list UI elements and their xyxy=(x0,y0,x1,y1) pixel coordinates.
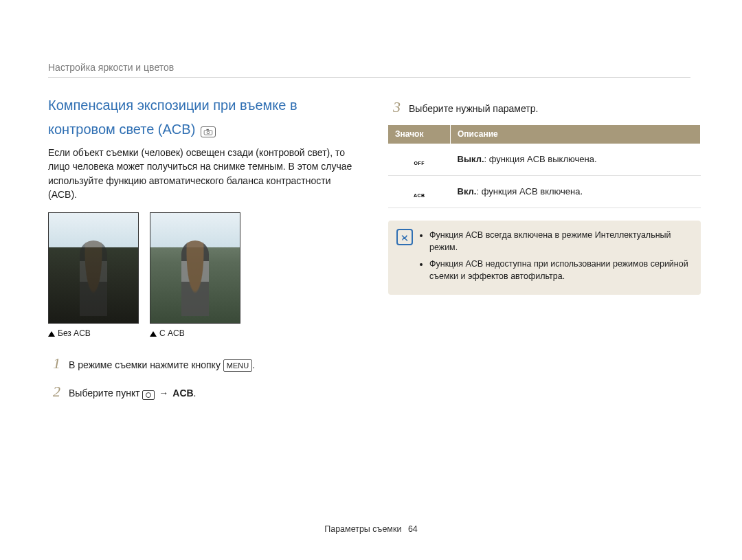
photo-with-acb xyxy=(150,212,240,324)
row-rest: : функция ACB включена. xyxy=(476,186,583,197)
step-number: 3 xyxy=(388,96,401,118)
svg-point-1 xyxy=(207,131,210,134)
step2-post: . xyxy=(194,388,196,399)
photo-with-acb-wrap: С ACB xyxy=(150,212,240,339)
step-3: 3 Выберите нужный параметр. xyxy=(388,96,701,118)
icon-cell-off: OFF xyxy=(388,144,451,175)
caption-without-acb: Без ACB xyxy=(48,328,139,339)
note-box: Функция ACB всегда включена в режиме Инт… xyxy=(388,221,701,295)
row-rest: : функция ACB выключена. xyxy=(484,154,597,164)
note-list: Функция ACB всегда включена в режиме Инт… xyxy=(418,229,691,283)
photo-comparison: Без ACB С ACB xyxy=(48,212,361,339)
step2-bold: ACB xyxy=(172,388,193,399)
step-1: 1 В режиме съемки нажмите кнопку MENU. xyxy=(48,352,361,374)
caption-with-text: С ACB xyxy=(159,328,185,339)
desc-cell-off: Выкл.: функция ACB выключена. xyxy=(451,144,701,175)
table-row: OFF Выкл.: функция ACB выключена. xyxy=(388,144,701,175)
manual-page: Настройка яркости и цветов Компенсация э… xyxy=(0,0,742,560)
steps-list: 1 В режиме съемки нажмите кнопку MENU. 2… xyxy=(48,352,361,403)
photo-without-acb-wrap: Без ACB xyxy=(48,212,139,339)
content-columns: Компенсация экспозиции при въемке в конт… xyxy=(48,96,701,410)
row-bold: Вкл. xyxy=(458,186,477,197)
menu-key: MENU xyxy=(223,359,252,372)
step-number: 1 xyxy=(48,352,60,374)
triangle-up-icon xyxy=(48,331,55,337)
step-text: В режиме съемки нажмите кнопку MENU. xyxy=(69,358,361,372)
step-2: 2 Выберите пункт → ACB. xyxy=(48,381,361,403)
acb-off-label: OFF xyxy=(410,160,428,167)
table-head-desc: Описание xyxy=(451,125,701,144)
step1-post: . xyxy=(252,359,255,370)
table-row: ACB Вкл.: функция ACB включена. xyxy=(388,176,701,208)
note-item: Функция ACB всегда включена в режиме Инт… xyxy=(429,229,691,254)
acb-on-label: ACB xyxy=(410,192,428,199)
step-text: Выберите пункт → ACB. xyxy=(69,386,361,400)
right-column: 3 Выберите нужный параметр. Значок Описа… xyxy=(388,96,701,410)
left-column: Компенсация экспозиции при въемке в конт… xyxy=(48,96,361,410)
section-title: Компенсация экспозиции при въемке в конт… xyxy=(48,96,361,139)
step-text: Выберите нужный параметр. xyxy=(409,102,701,115)
acb-on-icon: ACB xyxy=(410,181,428,198)
triangle-up-icon xyxy=(150,331,157,337)
camera-icon xyxy=(142,390,155,400)
arrow-right-icon: → xyxy=(156,388,171,399)
table-head-icon: Значок xyxy=(388,125,451,144)
intro-paragraph: Если объект съемки (человек) освещен сза… xyxy=(48,146,361,201)
footer-label: Параметры съемки xyxy=(324,524,401,534)
icon-cell-on: ACB xyxy=(388,176,451,208)
desc-cell-on: Вкл.: функция ACB включена. xyxy=(451,176,701,208)
row-bold: Выкл. xyxy=(458,154,484,164)
steps-list-right: 3 Выберите нужный параметр. xyxy=(388,96,701,118)
photo-without-acb xyxy=(48,212,139,324)
section-title-line2: контровом свете (ACB) xyxy=(48,120,195,139)
step1-pre: В режиме съемки нажмите кнопку xyxy=(69,359,223,370)
breadcrumb: Настройка яркости и цветов xyxy=(48,62,690,78)
section-title-line1: Компенсация экспозиции при въемке в xyxy=(48,96,297,115)
note-item: Функция ACB недоступна при использовании… xyxy=(429,258,691,282)
svg-rect-2 xyxy=(207,129,209,131)
page-footer: Параметры съемки 64 xyxy=(0,524,742,534)
caption-without-text: Без ACB xyxy=(58,328,91,339)
step2-pre: Выберите пункт xyxy=(69,388,142,399)
options-table: Значок Описание OFF Выкл.: функц xyxy=(388,125,701,208)
camera-mode-icon xyxy=(201,126,216,137)
step-number: 2 xyxy=(48,381,60,403)
svg-rect-0 xyxy=(204,131,212,135)
info-icon xyxy=(396,229,413,245)
acb-off-icon: OFF xyxy=(410,149,428,166)
footer-page-number: 64 xyxy=(408,524,418,534)
caption-with-acb: С ACB xyxy=(150,328,240,339)
